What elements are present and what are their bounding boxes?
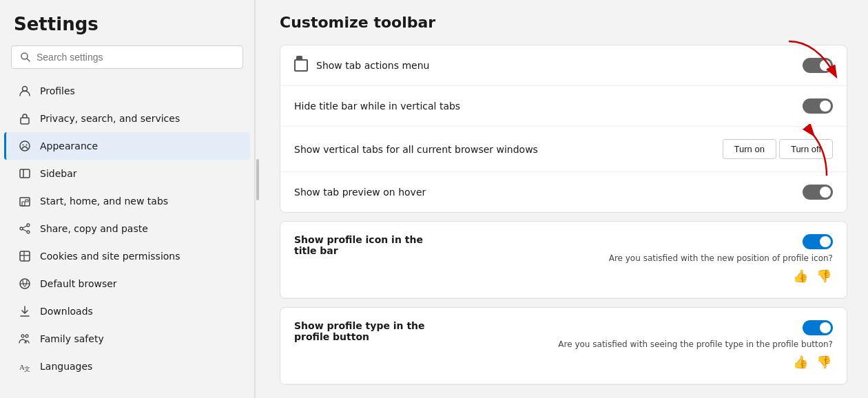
- toggle-profile-icon-slider: [803, 234, 833, 249]
- setting-left-tab-preview: Show tab preview on hover: [294, 187, 426, 198]
- cookies-icon: [18, 249, 32, 263]
- sidebar-item-start-label: Start, home, and new tabs: [40, 196, 168, 207]
- svg-point-14: [27, 231, 30, 233]
- profile-type-right: Are you satisfied with seeing the profil…: [558, 320, 833, 371]
- language-icon: A 文: [18, 359, 32, 373]
- toggle-tab-preview-slider: [803, 185, 833, 200]
- setting-row-profile-type: Show profile type in the profile button …: [280, 308, 847, 384]
- svg-point-25: [25, 335, 28, 337]
- sidebar-item-profiles-label: Profiles: [40, 85, 75, 96]
- profile-icon-card: Show profile icon in the title bar Are y…: [280, 221, 847, 299]
- turn-on-button[interactable]: Turn on: [723, 139, 776, 159]
- toggle-tab-preview[interactable]: [803, 185, 833, 200]
- sidebar-item-downloads[interactable]: Downloads: [4, 297, 250, 325]
- setting-left-vertical-tabs: Show vertical tabs for all current brows…: [294, 144, 538, 155]
- turn-off-button[interactable]: Turn off: [779, 139, 833, 159]
- sidebar-item-appearance[interactable]: Appearance: [4, 132, 250, 160]
- sidebar-title: Settings: [0, 14, 254, 45]
- svg-point-5: [23, 145, 24, 146]
- browser-icon: [18, 277, 32, 291]
- share-icon: [18, 222, 32, 235]
- svg-point-4: [20, 141, 30, 151]
- setting-row-tab-preview: Show tab preview on hover: [280, 172, 847, 212]
- setting-row-profile-icon: Show profile icon in the title bar Are y…: [280, 222, 847, 298]
- profile-type-question: Are you satisfied with seeing the profil…: [558, 339, 833, 349]
- svg-point-24: [21, 335, 24, 337]
- svg-text:文: 文: [24, 366, 30, 373]
- sidebar-item-sidebar-label: Sidebar: [40, 168, 77, 179]
- profile-icon-right: Are you satisfied with the new position …: [609, 234, 833, 285]
- search-input[interactable]: [37, 52, 234, 63]
- setting-row-tab-actions: Show tab actions menu: [280, 45, 847, 86]
- svg-rect-11: [25, 200, 28, 202]
- sidebar-item-default-browser[interactable]: Default browser: [4, 270, 250, 297]
- scrollbar-track: [255, 0, 259, 398]
- setting-label-profile-icon: Show profile icon in the title bar: [294, 234, 446, 256]
- profile-icon: [18, 84, 32, 98]
- tab-actions-tab-icon: [294, 59, 308, 72]
- svg-rect-10: [22, 202, 25, 206]
- setting-label-hide-titlebar: Hide title bar while in vertical tabs: [294, 101, 460, 112]
- svg-line-1: [27, 59, 30, 61]
- profile-icon-question: Are you satisfied with the new position …: [609, 253, 833, 263]
- main-content: Customize toolbar Show tab actions menu: [259, 0, 868, 398]
- svg-rect-3: [21, 118, 29, 124]
- thumbs-up-button-1[interactable]: 👍: [792, 267, 809, 285]
- profile-type-feedback: 👍 👎: [792, 353, 833, 371]
- svg-line-15: [23, 226, 27, 228]
- toggle-profile-type[interactable]: [803, 320, 833, 335]
- vertical-tabs-btn-group: Turn on Turn off: [723, 139, 833, 159]
- setting-left-hide-titlebar: Hide title bar while in vertical tabs: [294, 101, 460, 112]
- page-title: Customize toolbar: [280, 14, 847, 31]
- setting-label-tab-preview: Show tab preview on hover: [294, 187, 426, 198]
- sidebar-item-share[interactable]: Share, copy and paste: [4, 215, 250, 242]
- sidebar-item-share-label: Share, copy and paste: [40, 223, 148, 234]
- scrollbar-thumb[interactable]: [256, 159, 259, 200]
- svg-point-6: [26, 145, 28, 146]
- svg-rect-7: [20, 169, 30, 178]
- sidebar-item-languages[interactable]: A 文 Languages: [4, 353, 250, 380]
- home-icon: [18, 194, 32, 208]
- svg-point-13: [20, 227, 23, 230]
- sidebar-item-start-home[interactable]: Start, home, and new tabs: [4, 187, 250, 215]
- toolbar-settings-card: Show tab actions menu Hide title bar whi…: [280, 45, 847, 213]
- profile-type-card: Show profile type in the profile button …: [280, 307, 847, 385]
- download-icon: [18, 304, 32, 318]
- sidebar: Settings Profiles Privacy, search, and s…: [0, 0, 255, 398]
- svg-point-12: [27, 224, 30, 227]
- sidebar-item-cookies[interactable]: Cookies and site permissions: [4, 242, 250, 270]
- thumbs-down-button-2[interactable]: 👎: [815, 353, 833, 371]
- sidebar-item-downloads-label: Downloads: [40, 306, 93, 317]
- sidebar-item-languages-label: Languages: [40, 361, 92, 372]
- toggle-profile-type-slider: [803, 320, 833, 335]
- sidebar-item-profiles[interactable]: Profiles: [4, 77, 250, 105]
- sidebar-item-privacy[interactable]: Privacy, search, and services: [4, 105, 250, 132]
- sidebar-item-cookies-label: Cookies and site permissions: [40, 251, 180, 262]
- sidebar-item-appearance-label: Appearance: [40, 140, 98, 151]
- settings-section: Show tab actions menu Hide title bar whi…: [280, 45, 847, 385]
- lock-icon: [18, 112, 32, 125]
- toggle-tab-actions[interactable]: [803, 58, 833, 73]
- setting-label-profile-type: Show profile type in the profile button: [294, 320, 446, 342]
- sidebar-item-sidebar[interactable]: Sidebar: [4, 160, 250, 187]
- setting-row-hide-titlebar: Hide title bar while in vertical tabs: [280, 86, 847, 127]
- setting-label-vertical-tabs: Show vertical tabs for all current brows…: [294, 144, 538, 155]
- toggle-hide-titlebar-slider: [803, 98, 833, 114]
- thumbs-up-button-2[interactable]: 👍: [792, 353, 809, 371]
- toggle-profile-icon[interactable]: [803, 234, 833, 249]
- setting-left-tab-actions: Show tab actions menu: [294, 59, 429, 72]
- search-icon: [20, 52, 31, 63]
- sidebar-icon: [18, 167, 32, 180]
- appearance-icon: [18, 139, 32, 153]
- toggle-tab-actions-slider: [803, 58, 833, 73]
- search-box[interactable]: [11, 45, 243, 69]
- setting-label-tab-actions: Show tab actions menu: [316, 60, 429, 71]
- toggle-hide-titlebar[interactable]: [803, 98, 833, 114]
- thumbs-down-button-1[interactable]: 👎: [815, 267, 833, 285]
- setting-row-vertical-tabs: Show vertical tabs for all current brows…: [280, 127, 847, 172]
- svg-rect-17: [20, 251, 30, 261]
- family-icon: [18, 332, 32, 346]
- sidebar-item-family-safety[interactable]: Family safety: [4, 325, 250, 353]
- svg-line-16: [23, 229, 27, 231]
- sidebar-item-default-browser-label: Default browser: [40, 278, 117, 289]
